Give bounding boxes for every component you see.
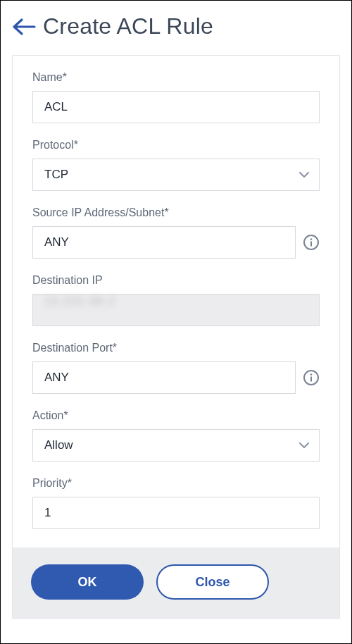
field-protocol: Protocol* TCP <box>32 139 320 191</box>
form-panel: Name* Protocol* TCP <box>12 55 340 619</box>
page-title: Create ACL Rule <box>43 13 213 39</box>
input-name[interactable] <box>32 91 320 123</box>
select-action-value: Allow <box>44 438 73 452</box>
input-priority[interactable] <box>32 497 320 529</box>
input-destination-port[interactable] <box>32 361 296 394</box>
back-icon[interactable] <box>12 17 36 37</box>
info-icon[interactable] <box>303 234 320 251</box>
label-protocol: Protocol* <box>32 139 320 151</box>
label-source-ip: Source IP Address/Subnet* <box>32 206 320 219</box>
field-name: Name* <box>32 71 320 123</box>
close-button[interactable]: Close <box>156 564 269 600</box>
ok-button[interactable]: OK <box>31 564 144 600</box>
field-action: Action* Allow <box>32 409 320 462</box>
svg-point-1 <box>310 238 313 240</box>
page-header: Create ACL Rule <box>1 1 351 55</box>
form-body: Name* Protocol* TCP <box>13 56 339 547</box>
field-destination-port: Destination Port* <box>32 342 320 394</box>
select-protocol-value: TCP <box>44 168 68 182</box>
svg-rect-5 <box>310 377 312 382</box>
select-protocol[interactable]: TCP <box>32 159 320 191</box>
field-priority: Priority* <box>32 477 320 529</box>
field-source-ip: Source IP Address/Subnet* <box>32 206 320 259</box>
label-destination-ip: Destination IP <box>32 274 320 287</box>
label-destination-port: Destination Port* <box>32 342 320 354</box>
label-name: Name* <box>32 71 320 84</box>
dialog-footer: OK Close <box>13 547 339 618</box>
svg-point-4 <box>310 373 313 376</box>
label-action: Action* <box>32 409 320 422</box>
svg-rect-2 <box>310 242 312 247</box>
select-action[interactable]: Allow <box>32 429 320 462</box>
input-source-ip[interactable] <box>32 226 296 259</box>
info-icon[interactable] <box>303 369 320 386</box>
input-destination-ip: 10.231.98.2 <box>32 294 320 326</box>
field-destination-ip: Destination IP 10.231.98.2 <box>32 274 320 326</box>
label-priority: Priority* <box>32 477 320 490</box>
destination-ip-value: 10.231.98.2 <box>44 295 115 308</box>
